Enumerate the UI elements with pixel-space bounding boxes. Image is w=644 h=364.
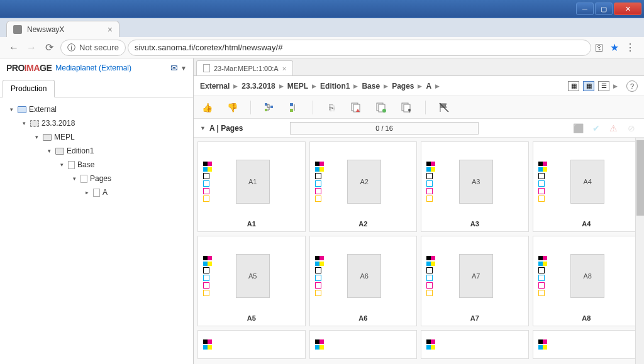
page-card[interactable]: A7A7 [421,236,529,326]
browser-reload-button[interactable]: ⟳ [42,40,57,55]
tab-close-icon[interactable]: × [282,65,286,72]
tab-close-icon[interactable]: × [108,25,113,35]
chrome-menu-icon[interactable]: ⋮ [625,41,635,53]
logo: PROIMAGE [6,63,52,73]
sidebar: PROIMAGE Mediaplanet (External) ✉ ▼ Prod… [0,58,194,364]
copy-check-button[interactable] [375,101,389,114]
breadcrumb-item[interactable]: A [426,82,431,91]
page-label: A6 [315,312,412,322]
svg-rect-4 [290,109,293,112]
section-header: ▼ A | Pages 0 / 16 ⬛ ✔ ⚠ ⊘ [194,119,644,138]
page-card[interactable] [309,330,418,359]
page-card[interactable] [533,330,641,359]
not-secure-label: Not secure [79,43,119,52]
page-label: A5 [203,312,300,322]
page-card[interactable]: A4A4 [533,141,641,232]
url-input[interactable] [128,40,591,56]
flag-off-button[interactable] [437,101,451,114]
page-card[interactable] [197,330,306,359]
breadcrumb-item[interactable]: Pages [392,82,414,91]
page-thumb: A2 [347,160,381,204]
favicon-icon [13,25,22,34]
page-thumb: A7 [459,254,493,298]
page-thumb: A4 [570,160,604,204]
page-card[interactable]: A1A1 [197,141,306,232]
page-label: A4 [538,218,635,228]
progress-indicator: 0 / 16 [290,122,479,135]
tree-node-external[interactable]: ▾External [3,102,191,116]
tree-node-date[interactable]: ▾23.3.2018 [3,116,191,130]
svg-rect-0 [265,103,267,106]
sidebar-tab-production[interactable]: Production [3,80,55,97]
page-card[interactable]: A5A5 [197,236,306,326]
mail-icon[interactable]: ✉ [170,63,178,73]
pages-scroll-area[interactable]: A1A1A2A2A3A3A4A4A5A5A6A6A7A7A8A8 [194,138,644,364]
thumbs-down-button[interactable]: 👎 [225,101,239,114]
section-title-text: A | Pages [209,124,243,133]
view-list-button[interactable]: ☰ [598,81,609,91]
page-label: A3 [426,218,523,228]
page-thumb: A8 [570,254,604,298]
main-toolbar: 👍 👎 ⎘ [194,96,644,119]
windows-titlebar: ─ ▢ ✕ [0,0,644,18]
page-card[interactable]: A8A8 [533,236,641,326]
help-button[interactable]: ? [626,80,638,92]
status-warning-icon: ⚠ [608,122,620,135]
browser-back-button[interactable]: ← [6,40,21,55]
main-tab[interactable]: 23-Mar:MEPL:1:00:A × [196,60,293,75]
browser-tab-title: NewswayX [27,25,64,34]
thumbs-up-button[interactable]: 👍 [200,101,214,114]
tree-view: ▾External ▾23.3.2018 ▾MEPL ▾Edition1 ▾Ba… [0,97,193,204]
main-area: 23-Mar:MEPL:1:00:A × External▶ 23.3.2018… [194,58,644,364]
scrollbar-thumb[interactable] [636,140,644,216]
svg-point-9 [382,109,386,113]
breadcrumb-item[interactable]: 23.3.2018 [242,82,275,91]
page-card[interactable]: A6A6 [309,236,418,326]
view-thumbs-button[interactable]: ▦ [583,81,594,91]
status-check-icon: ✔ [590,122,602,135]
view-grid-button[interactable]: ▦ [568,81,579,91]
browser-forward-button[interactable]: → [24,40,39,55]
window-close-button[interactable]: ✕ [614,3,641,15]
copy-button[interactable]: ⎘ [325,101,338,114]
breadcrumb: External▶ 23.3.2018▶ MEPL▶ Edition1▶ Bas… [200,82,440,91]
bookmark-star-icon[interactable]: ★ [610,41,619,53]
tree-tool-button[interactable] [262,101,276,114]
security-indicator[interactable]: ⓘ Not secure [60,40,126,56]
page-thumb: A6 [347,254,381,298]
breadcrumb-item[interactable]: Edition1 [320,82,350,91]
user-link[interactable]: Mediaplanet (External) [55,63,131,72]
tree-node-pages[interactable]: ▾Pages [3,172,191,185]
page-card[interactable] [421,330,529,359]
sidebar-header: PROIMAGE Mediaplanet (External) ✉ ▼ [0,58,193,77]
page-thumb: A1 [236,160,270,204]
copy-warning-button[interactable] [350,101,364,114]
page-card[interactable]: A2A2 [309,141,418,232]
page-label: A8 [538,312,635,322]
copy-pin-button[interactable] [400,101,414,114]
page-card[interactable]: A3A3 [421,141,529,232]
tree-node-section-a[interactable]: ▸A [3,185,191,199]
page-label: A2 [315,218,412,228]
page-label: A7 [426,312,523,322]
breadcrumb-item[interactable]: MEPL [287,82,308,91]
browser-tab[interactable]: NewswayX × [6,21,119,37]
tree-node-edition[interactable]: ▾Edition1 [3,144,191,158]
main-tab-label: 23-Mar:MEPL:1:00:A [214,65,279,72]
tree-node-pub[interactable]: ▾MEPL [3,130,191,144]
breadcrumb-item[interactable]: External [200,82,230,91]
svg-point-12 [408,109,411,111]
window-maximize-button[interactable]: ▢ [595,3,613,15]
chevron-down-icon[interactable]: ▼ [180,65,187,72]
tree-node-base[interactable]: ▾Base [3,158,191,172]
split-tool-button[interactable] [287,101,301,114]
status-block-icon: ⊘ [625,122,638,135]
browser-address-bar: ← → ⟳ ⓘ Not secure ⚿ ★ ⋮ [0,37,644,58]
breadcrumb-item[interactable]: Base [362,82,380,91]
window-minimize-button[interactable]: ─ [576,3,594,15]
page-icon [203,64,210,72]
collapse-icon[interactable]: ▼ [200,125,206,131]
scrollbar[interactable] [635,138,644,364]
page-thumb: A3 [459,160,493,204]
key-icon[interactable]: ⚿ [595,43,604,53]
